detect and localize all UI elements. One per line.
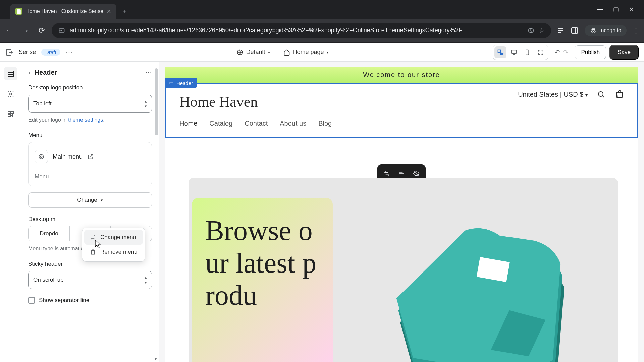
logo-position-label: Desktop logo position [28,84,152,91]
dropdown-change-menu[interactable]: Change menu [84,230,143,245]
change-menu-label: Change menu [100,234,136,241]
exit-editor-icon[interactable] [5,48,13,56]
svg-point-28 [598,92,603,96]
selection-label: Header [165,78,197,88]
svg-rect-21 [8,111,10,114]
logo-position-select[interactable]: Top left ▴▾ [28,95,152,113]
header-nav: Home Catalog Contact About us Blog [179,120,624,129]
svg-rect-7 [572,28,578,33]
store-preview[interactable]: Welcome to our store Header Home Haven U… [165,67,638,362]
external-link-icon[interactable] [87,153,94,160]
preview-canvas: Welcome to our store Header Home Haven U… [159,62,644,362]
hero-heading: Browse our latest produ [205,215,319,312]
theme-editor: Sense Draft ⋯ Default ▾ Home page ▾ [0,43,644,362]
publish-button[interactable]: Publish [575,45,606,59]
inspector-mode-icon[interactable] [494,46,506,58]
settings-rail-icon[interactable] [4,87,17,101]
desktop-preview-icon[interactable] [508,46,520,58]
menu-card: Main menu Menu [28,142,152,186]
url-input[interactable]: admin.shopify.com/store/de8143-a6/themes… [52,23,551,38]
globe-icon [236,49,243,56]
template-label: Default [246,49,265,56]
site-info-icon[interactable] [58,27,65,34]
logo-help-text: Edit your logo in theme settings. [28,116,152,124]
page-selector[interactable]: Home page ▾ [283,49,329,56]
sections-rail-icon[interactable] [4,67,17,80]
nav-about[interactable]: About us [280,120,306,129]
svg-rect-26 [170,82,173,82]
locale-selector[interactable]: United States | USD $ ▾ [518,90,588,98]
logo-position-value: Top left [33,100,52,107]
bookmark-star-icon[interactable]: ☆ [539,27,544,34]
apps-rail-icon[interactable] [4,107,17,121]
draft-badge: Draft [41,49,60,56]
shopify-favicon [15,8,22,15]
select-caret-icon: ▴▾ [145,99,147,108]
settings-sidebar: ‹ Header ⋯ Desktop logo position Top lef… [21,62,159,362]
nav-contact[interactable]: Contact [245,120,268,129]
browser-menu-icon[interactable]: ⋮ [633,26,639,35]
incognito-label: Incognito [599,27,621,34]
svg-point-25 [41,156,42,158]
back-icon[interactable]: ‹ [28,69,31,76]
svg-rect-18 [8,73,13,74]
left-rail [0,62,21,362]
browser-tab[interactable]: Home Haven · Customize Sense ✕ [10,4,116,19]
nav-home[interactable]: Home [179,120,197,129]
nav-catalog[interactable]: Catalog [209,120,232,129]
search-icon[interactable] [597,90,605,98]
sidebar-scrollbar[interactable] [155,68,158,135]
dropdown-remove-menu[interactable]: Remove menu [84,245,143,259]
section-actions-icon[interactable]: ⋯ [145,68,152,76]
address-bar: ← → ⟳ admin.shopify.com/store/de8143-a6/… [0,19,644,42]
change-menu-button[interactable]: Change ▾ [28,192,152,208]
eye-off-icon[interactable] [528,27,534,34]
svg-rect-16 [526,50,529,55]
theme-actions-icon[interactable]: ⋯ [66,48,72,56]
seg-dropdown[interactable]: Dropdo [29,226,70,241]
svg-rect-23 [8,114,10,117]
svg-point-10 [594,31,595,32]
close-window-icon[interactable]: ✕ [629,6,634,13]
remove-menu-label: Remove menu [100,249,138,255]
reload-icon[interactable]: ⟳ [37,26,46,35]
save-button[interactable]: Save [609,45,639,60]
close-tab-icon[interactable]: ✕ [107,8,111,15]
side-panel-icon[interactable] [571,26,579,35]
theme-name: Sense [19,49,36,56]
hero-section[interactable]: Browse our latest produ [189,178,618,362]
maximize-icon[interactable]: ▢ [613,6,619,13]
fullscreen-preview-icon[interactable] [535,46,547,58]
template-selector[interactable]: Default ▾ [236,49,270,56]
separator-checkbox-row[interactable]: Show separator line [28,297,152,304]
chevron-down-icon: ▾ [585,92,588,98]
svg-point-0 [60,30,60,31]
chevron-down-icon: ▾ [268,50,270,55]
minimize-icon[interactable]: — [597,6,603,13]
scroll-down-icon[interactable]: ▾ [153,357,158,361]
reading-list-icon[interactable] [556,26,565,35]
svg-rect-27 [170,83,173,84]
new-tab-button[interactable]: + [119,8,130,15]
svg-rect-22 [11,111,13,114]
cart-icon[interactable] [614,89,625,99]
nav-blog[interactable]: Blog [318,120,332,129]
menu-resource-icon [35,150,48,163]
incognito-badge[interactable]: Incognito [585,25,627,36]
sticky-header-select[interactable]: On scroll up ▴▾ [28,271,152,289]
undo-icon[interactable]: ↶ [554,48,560,56]
svg-line-29 [602,96,604,97]
preview-header-section[interactable]: Home Haven United States | USD $ ▾ Home … [165,83,638,138]
back-icon[interactable]: ← [5,26,14,35]
hero-text-card: Browse our latest produ [192,198,333,362]
menu-name: Main menu [53,153,83,160]
separator-checkbox[interactable] [28,297,35,304]
redo-icon[interactable]: ↷ [563,48,569,56]
mobile-preview-icon[interactable] [521,46,533,58]
announcement-bar[interactable]: Welcome to our store [165,67,638,83]
theme-settings-link[interactable]: theme settings [68,117,103,123]
sticky-header-label: Sticky header [28,261,152,267]
forward-icon[interactable]: → [21,26,30,35]
window-controls: — ▢ ✕ [597,6,641,13]
device-preview-group [493,45,548,60]
